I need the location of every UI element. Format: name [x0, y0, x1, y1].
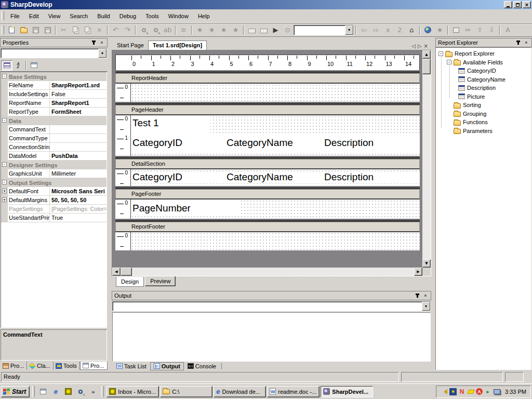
cut-icon[interactable]: ✂: [58, 24, 70, 36]
quicklaunch-overflow-chevron[interactable]: »: [87, 386, 99, 397]
quicklaunch-desktop-icon[interactable]: [37, 386, 49, 397]
output-combo-dropdown-icon[interactable]: ▼: [422, 302, 430, 311]
report-item-field[interactable]: CategoryName: [227, 172, 293, 182]
tree-item-report-explorer[interactable]: -Report Explorer: [437, 49, 531, 58]
volume-icon[interactable]: [441, 388, 448, 395]
tree-item-functions[interactable]: Functions: [437, 118, 531, 127]
properties-pin-icon[interactable]: [90, 39, 97, 46]
report-item-page-number[interactable]: PageNumber: [131, 201, 241, 216]
menu-item[interactable]: File: [6, 11, 24, 21]
tab-output[interactable]: Output: [150, 362, 184, 370]
property-category[interactable]: -Output Settings: [1, 178, 107, 187]
properties-close-icon[interactable]: ×: [98, 39, 105, 46]
redo-icon[interactable]: ↷: [122, 24, 134, 36]
outdent-icon[interactable]: [258, 24, 270, 36]
properties-object-combobox[interactable]: ▼: [1, 48, 107, 58]
selection-box-icon[interactable]: [450, 24, 462, 36]
home-icon[interactable]: ⌂: [406, 24, 418, 36]
report-item-column[interactable]: Description: [324, 138, 374, 148]
tree-item-sorting[interactable]: Sorting: [437, 101, 531, 110]
taskbar-button-inbox[interactable]: Inbox - Micro...: [107, 386, 159, 397]
menu-item[interactable]: Build: [92, 11, 114, 21]
tab-properties[interactable]: Pro...: [80, 362, 108, 370]
output-close-icon[interactable]: ×: [422, 292, 429, 299]
tree-item-picture[interactable]: Picture: [437, 92, 531, 101]
norton-icon[interactable]: N: [458, 388, 466, 395]
minimize-button[interactable]: [504, 1, 512, 8]
network-icon[interactable]: [493, 388, 500, 395]
menu-item[interactable]: Debug: [115, 11, 141, 21]
indent-icon[interactable]: [246, 24, 258, 36]
property-row[interactable]: ConnectionStrin: [1, 143, 107, 152]
property-row[interactable]: ReportTypeFormSheet: [1, 108, 107, 116]
undo-icon[interactable]: ↶: [110, 24, 122, 36]
tab-projects[interactable]: Pro...: [1, 362, 27, 370]
scheduler-icon[interactable]: ▸: [484, 388, 491, 395]
vertical-scroll-thumb[interactable]: [422, 59, 431, 74]
property-row[interactable]: CommandType: [1, 134, 107, 143]
configuration-combobox[interactable]: ▼: [294, 25, 354, 35]
report-item-field[interactable]: CategoryID: [132, 172, 182, 182]
property-row[interactable]: UseStandartPrirTrue: [1, 214, 107, 222]
properties-combo-dropdown-icon[interactable]: ▼: [98, 49, 107, 58]
toolbar-grip[interactable]: [2, 25, 4, 35]
run-icon[interactable]: ▶: [270, 24, 282, 36]
output-text-area[interactable]: [112, 312, 431, 362]
move-up-icon[interactable]: ⇧: [474, 24, 486, 36]
menu-item[interactable]: View: [44, 11, 65, 21]
property-row[interactable]: +DefaultMargins50, 50, 50, 50: [1, 196, 107, 205]
section-page-header[interactable]: PageHeader 0 1 Test 1 Categ: [115, 105, 420, 156]
browser-stop-icon[interactable]: x: [382, 24, 394, 36]
stop-icon[interactable]: ⊙: [282, 24, 294, 36]
browser-refresh-icon[interactable]: 2: [394, 24, 406, 36]
section-page-footer[interactable]: PageFooter 0 PageNumber: [115, 189, 420, 219]
title-bar[interactable]: SharpDevelop ×: [0, 0, 532, 9]
find-icon[interactable]: [138, 24, 150, 36]
web-browser-icon[interactable]: [422, 24, 434, 36]
bookmark-next-icon[interactable]: ★: [218, 24, 230, 36]
close-button[interactable]: ×: [523, 1, 531, 8]
tree-item-categoryname[interactable]: CategoryName: [437, 75, 531, 84]
horizontal-scroll-thumb[interactable]: [121, 268, 132, 276]
bookmark-prev-icon[interactable]: ★: [206, 24, 218, 36]
find-in-files-icon[interactable]: [150, 24, 162, 36]
taskbar-button-readme[interactable]: Wreadme.doc -...: [267, 386, 320, 397]
bookmarks-icon[interactable]: ★: [434, 24, 446, 36]
property-row[interactable]: FileNameSharpReport1.srd: [1, 81, 107, 90]
section-detail[interactable]: DetailSection 0 CategoryID CategoryName …: [115, 159, 420, 186]
property-row[interactable]: CommandText: [1, 125, 107, 134]
tree-item-description[interactable]: Description: [437, 84, 531, 92]
menu-item[interactable]: Edit: [24, 11, 44, 21]
copy-icon[interactable]: [70, 24, 82, 36]
taskbar-button-sharpdevelop[interactable]: SharpDevel...: [321, 386, 373, 397]
output-category-combobox[interactable]: ▼: [112, 301, 431, 311]
new-file-icon[interactable]: [6, 24, 18, 36]
replace-icon[interactable]: ab: [162, 24, 174, 36]
scroll-down-icon[interactable]: ▼: [422, 259, 431, 268]
menu-item[interactable]: Window: [164, 11, 193, 21]
combo-dropdown-icon[interactable]: ▼: [345, 25, 353, 35]
tab-close-icon[interactable]: ×: [424, 43, 428, 49]
section-report-header[interactable]: ReportHeader 0: [115, 73, 420, 102]
fit-width-icon[interactable]: ⇔: [462, 24, 474, 36]
tab-scroll-left-icon[interactable]: ◁: [411, 43, 416, 49]
antivirus-icon[interactable]: A: [476, 388, 483, 395]
property-category[interactable]: -Base Settings: [1, 72, 107, 81]
output-pin-icon[interactable]: [414, 292, 421, 299]
tab-test1-design[interactable]: Test 1.srd[Design]: [148, 41, 207, 50]
tab-design[interactable]: Design: [116, 277, 144, 287]
section-report-footer[interactable]: ReportFooter 0: [115, 222, 420, 250]
scroll-left-icon[interactable]: ◀: [112, 268, 121, 276]
save-icon[interactable]: [30, 24, 42, 36]
bookmark-toggle-icon[interactable]: ★: [194, 24, 206, 36]
report-item-column[interactable]: CategoryID: [132, 138, 182, 148]
open-file-icon[interactable]: [18, 24, 30, 36]
paste-icon[interactable]: [82, 24, 94, 36]
report-explorer-pin-icon[interactable]: [514, 39, 522, 46]
tree-item-categoryid[interactable]: CategoryID: [437, 66, 531, 75]
delete-icon[interactable]: ×: [94, 24, 105, 36]
browser-back-icon[interactable]: ⇦: [358, 24, 370, 36]
tab-preview[interactable]: Preview: [145, 276, 176, 286]
menu-item[interactable]: Help: [193, 11, 215, 21]
categorized-view-icon[interactable]: [1, 60, 12, 71]
